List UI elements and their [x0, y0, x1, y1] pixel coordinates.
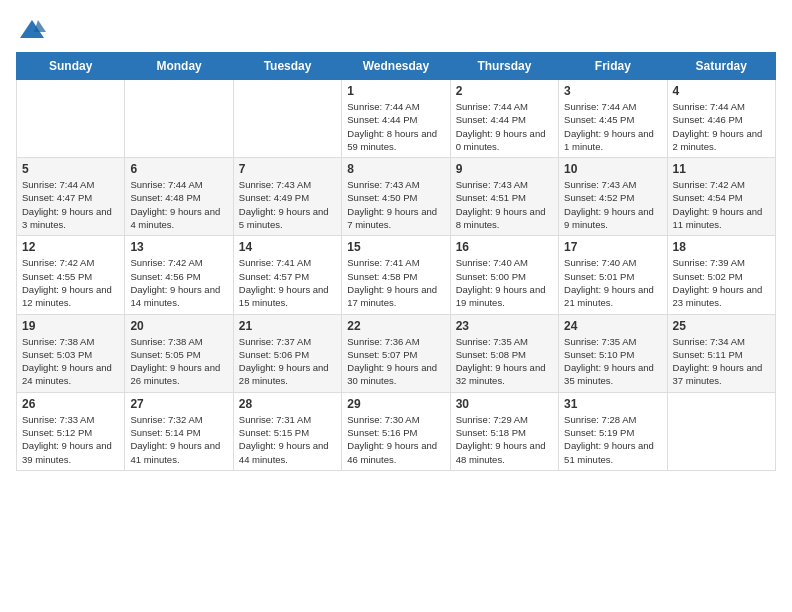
calendar-cell: 30Sunrise: 7:29 AMSunset: 5:18 PMDayligh… — [450, 392, 558, 470]
day-number: 31 — [564, 397, 661, 411]
day-number: 9 — [456, 162, 553, 176]
day-info: Sunrise: 7:42 AMSunset: 4:54 PMDaylight:… — [673, 178, 770, 231]
weekday-header-friday: Friday — [559, 53, 667, 80]
day-number: 20 — [130, 319, 227, 333]
day-number: 7 — [239, 162, 336, 176]
calendar-cell: 18Sunrise: 7:39 AMSunset: 5:02 PMDayligh… — [667, 236, 775, 314]
day-number: 13 — [130, 240, 227, 254]
day-info: Sunrise: 7:40 AMSunset: 5:01 PMDaylight:… — [564, 256, 661, 309]
calendar-cell: 10Sunrise: 7:43 AMSunset: 4:52 PMDayligh… — [559, 158, 667, 236]
calendar-cell: 24Sunrise: 7:35 AMSunset: 5:10 PMDayligh… — [559, 314, 667, 392]
day-info: Sunrise: 7:34 AMSunset: 5:11 PMDaylight:… — [673, 335, 770, 388]
day-number: 22 — [347, 319, 444, 333]
calendar-cell: 21Sunrise: 7:37 AMSunset: 5:06 PMDayligh… — [233, 314, 341, 392]
day-info: Sunrise: 7:35 AMSunset: 5:10 PMDaylight:… — [564, 335, 661, 388]
day-info: Sunrise: 7:31 AMSunset: 5:15 PMDaylight:… — [239, 413, 336, 466]
day-number: 2 — [456, 84, 553, 98]
day-info: Sunrise: 7:43 AMSunset: 4:52 PMDaylight:… — [564, 178, 661, 231]
day-number: 24 — [564, 319, 661, 333]
day-number: 29 — [347, 397, 444, 411]
day-number: 28 — [239, 397, 336, 411]
day-number: 14 — [239, 240, 336, 254]
calendar-cell: 13Sunrise: 7:42 AMSunset: 4:56 PMDayligh… — [125, 236, 233, 314]
day-number: 17 — [564, 240, 661, 254]
page-header — [16, 16, 776, 44]
day-number: 30 — [456, 397, 553, 411]
calendar-cell: 23Sunrise: 7:35 AMSunset: 5:08 PMDayligh… — [450, 314, 558, 392]
day-info: Sunrise: 7:40 AMSunset: 5:00 PMDaylight:… — [456, 256, 553, 309]
day-info: Sunrise: 7:44 AMSunset: 4:44 PMDaylight:… — [456, 100, 553, 153]
weekday-header-saturday: Saturday — [667, 53, 775, 80]
day-info: Sunrise: 7:32 AMSunset: 5:14 PMDaylight:… — [130, 413, 227, 466]
day-number: 8 — [347, 162, 444, 176]
calendar-cell: 26Sunrise: 7:33 AMSunset: 5:12 PMDayligh… — [17, 392, 125, 470]
day-number: 15 — [347, 240, 444, 254]
calendar-cell: 20Sunrise: 7:38 AMSunset: 5:05 PMDayligh… — [125, 314, 233, 392]
calendar-cell: 19Sunrise: 7:38 AMSunset: 5:03 PMDayligh… — [17, 314, 125, 392]
day-info: Sunrise: 7:30 AMSunset: 5:16 PMDaylight:… — [347, 413, 444, 466]
day-info: Sunrise: 7:35 AMSunset: 5:08 PMDaylight:… — [456, 335, 553, 388]
calendar-cell — [667, 392, 775, 470]
day-info: Sunrise: 7:43 AMSunset: 4:49 PMDaylight:… — [239, 178, 336, 231]
calendar-cell: 25Sunrise: 7:34 AMSunset: 5:11 PMDayligh… — [667, 314, 775, 392]
calendar-cell: 5Sunrise: 7:44 AMSunset: 4:47 PMDaylight… — [17, 158, 125, 236]
calendar-cell — [125, 80, 233, 158]
day-number: 19 — [22, 319, 119, 333]
calendar-cell: 31Sunrise: 7:28 AMSunset: 5:19 PMDayligh… — [559, 392, 667, 470]
logo — [16, 16, 46, 44]
day-number: 21 — [239, 319, 336, 333]
day-info: Sunrise: 7:42 AMSunset: 4:55 PMDaylight:… — [22, 256, 119, 309]
day-number: 3 — [564, 84, 661, 98]
calendar-cell: 4Sunrise: 7:44 AMSunset: 4:46 PMDaylight… — [667, 80, 775, 158]
day-number: 26 — [22, 397, 119, 411]
day-number: 12 — [22, 240, 119, 254]
calendar-cell: 3Sunrise: 7:44 AMSunset: 4:45 PMDaylight… — [559, 80, 667, 158]
day-number: 5 — [22, 162, 119, 176]
calendar-table: SundayMondayTuesdayWednesdayThursdayFrid… — [16, 52, 776, 471]
calendar-cell — [233, 80, 341, 158]
day-number: 18 — [673, 240, 770, 254]
day-info: Sunrise: 7:38 AMSunset: 5:03 PMDaylight:… — [22, 335, 119, 388]
day-info: Sunrise: 7:28 AMSunset: 5:19 PMDaylight:… — [564, 413, 661, 466]
day-info: Sunrise: 7:44 AMSunset: 4:45 PMDaylight:… — [564, 100, 661, 153]
day-info: Sunrise: 7:42 AMSunset: 4:56 PMDaylight:… — [130, 256, 227, 309]
calendar-cell — [17, 80, 125, 158]
day-info: Sunrise: 7:41 AMSunset: 4:58 PMDaylight:… — [347, 256, 444, 309]
day-number: 6 — [130, 162, 227, 176]
day-info: Sunrise: 7:44 AMSunset: 4:44 PMDaylight:… — [347, 100, 444, 153]
calendar-cell: 8Sunrise: 7:43 AMSunset: 4:50 PMDaylight… — [342, 158, 450, 236]
calendar-cell: 1Sunrise: 7:44 AMSunset: 4:44 PMDaylight… — [342, 80, 450, 158]
day-info: Sunrise: 7:33 AMSunset: 5:12 PMDaylight:… — [22, 413, 119, 466]
calendar-cell: 17Sunrise: 7:40 AMSunset: 5:01 PMDayligh… — [559, 236, 667, 314]
day-info: Sunrise: 7:29 AMSunset: 5:18 PMDaylight:… — [456, 413, 553, 466]
calendar-cell: 14Sunrise: 7:41 AMSunset: 4:57 PMDayligh… — [233, 236, 341, 314]
calendar-cell: 15Sunrise: 7:41 AMSunset: 4:58 PMDayligh… — [342, 236, 450, 314]
day-info: Sunrise: 7:36 AMSunset: 5:07 PMDaylight:… — [347, 335, 444, 388]
day-info: Sunrise: 7:38 AMSunset: 5:05 PMDaylight:… — [130, 335, 227, 388]
day-number: 25 — [673, 319, 770, 333]
calendar-cell: 7Sunrise: 7:43 AMSunset: 4:49 PMDaylight… — [233, 158, 341, 236]
day-number: 23 — [456, 319, 553, 333]
weekday-header-tuesday: Tuesday — [233, 53, 341, 80]
day-info: Sunrise: 7:44 AMSunset: 4:46 PMDaylight:… — [673, 100, 770, 153]
weekday-header-wednesday: Wednesday — [342, 53, 450, 80]
calendar-cell: 6Sunrise: 7:44 AMSunset: 4:48 PMDaylight… — [125, 158, 233, 236]
weekday-header-sunday: Sunday — [17, 53, 125, 80]
calendar-cell: 12Sunrise: 7:42 AMSunset: 4:55 PMDayligh… — [17, 236, 125, 314]
day-number: 11 — [673, 162, 770, 176]
day-info: Sunrise: 7:43 AMSunset: 4:51 PMDaylight:… — [456, 178, 553, 231]
weekday-header-monday: Monday — [125, 53, 233, 80]
calendar-cell: 28Sunrise: 7:31 AMSunset: 5:15 PMDayligh… — [233, 392, 341, 470]
day-info: Sunrise: 7:44 AMSunset: 4:48 PMDaylight:… — [130, 178, 227, 231]
day-number: 10 — [564, 162, 661, 176]
day-number: 16 — [456, 240, 553, 254]
day-info: Sunrise: 7:41 AMSunset: 4:57 PMDaylight:… — [239, 256, 336, 309]
calendar-cell: 29Sunrise: 7:30 AMSunset: 5:16 PMDayligh… — [342, 392, 450, 470]
weekday-header-thursday: Thursday — [450, 53, 558, 80]
day-info: Sunrise: 7:37 AMSunset: 5:06 PMDaylight:… — [239, 335, 336, 388]
calendar-cell: 22Sunrise: 7:36 AMSunset: 5:07 PMDayligh… — [342, 314, 450, 392]
day-info: Sunrise: 7:44 AMSunset: 4:47 PMDaylight:… — [22, 178, 119, 231]
day-info: Sunrise: 7:43 AMSunset: 4:50 PMDaylight:… — [347, 178, 444, 231]
calendar-cell: 27Sunrise: 7:32 AMSunset: 5:14 PMDayligh… — [125, 392, 233, 470]
calendar-cell: 2Sunrise: 7:44 AMSunset: 4:44 PMDaylight… — [450, 80, 558, 158]
